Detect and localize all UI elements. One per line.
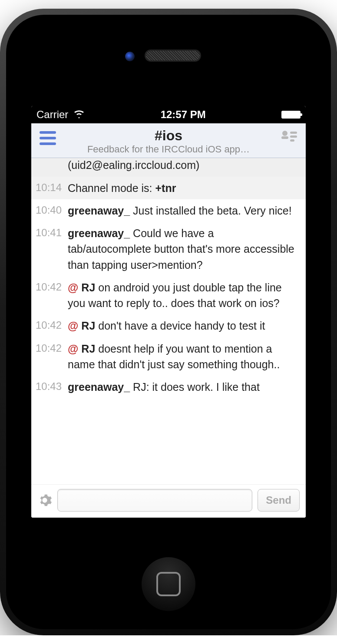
status-right: [281, 111, 301, 119]
message-text: on android you just double tap the line …: [68, 281, 282, 309]
people-icon: [281, 130, 298, 146]
phone-inner: Carrier 12:57 PM #ios Feedback for the I…: [6, 15, 331, 629]
nick: RJ: [81, 320, 98, 332]
svg-rect-4: [290, 139, 294, 142]
send-button[interactable]: Send: [258, 489, 300, 512]
svg-point-0: [282, 131, 287, 136]
wifi-icon: [73, 109, 85, 121]
message-time: 10:40: [36, 203, 68, 218]
message-list[interactable]: 10:14 ▣ → @ james joined (uid2@ealing.ir…: [31, 158, 306, 484]
channel-name: #ios: [63, 128, 274, 144]
message-body: greenaway_ Could we have a tab/autocompl…: [68, 225, 300, 273]
front-camera: [125, 52, 135, 61]
message-body: Channel mode is: +tnr: [68, 180, 300, 196]
message-row[interactable]: 10:42@ RJ don't have a device handy to t…: [31, 314, 306, 337]
members-button[interactable]: [279, 128, 300, 149]
message-input[interactable]: [57, 489, 252, 512]
message-time: 10:43: [36, 379, 68, 395]
status-bar: Carrier 12:57 PM: [31, 106, 306, 123]
hamburger-icon: [40, 131, 56, 145]
message-time: 10:14: [36, 158, 68, 173]
mode-prefix: Channel mode is:: [68, 182, 155, 194]
message-body: greenaway_ Just installed the beta. Very…: [68, 203, 300, 218]
phone-frame: Carrier 12:57 PM #ios Feedback for the I…: [0, 9, 337, 635]
message-row[interactable]: 10:43greenaway_ RJ: it does work. I like…: [31, 376, 306, 398]
header-center: #ios Feedback for the IRCCloud iOS app…: [63, 128, 274, 155]
message-row[interactable]: 10:41greenaway_ Could we have a tab/auto…: [31, 222, 306, 276]
nick: greenaway_: [68, 205, 133, 217]
message-time: 10:42: [36, 318, 68, 334]
nick: RJ: [81, 281, 98, 294]
svg-rect-1: [281, 136, 288, 139]
op-symbol: @: [68, 281, 81, 294]
message-row[interactable]: 10:42@ RJ on android you just double tap…: [31, 276, 306, 315]
mode-value: +tnr: [155, 182, 176, 194]
message-row[interactable]: 10:40greenaway_ Just installed the beta.…: [31, 199, 306, 222]
message-text: don't have a device handy to test it: [98, 320, 265, 332]
settings-button[interactable]: [37, 493, 52, 508]
message-time: 10:42: [36, 341, 68, 373]
message-text: Just installed the beta. Very nice!: [133, 205, 292, 217]
message-body: ▣ → @ james joined (uid2@ealing.irccloud…: [68, 158, 300, 173]
nick: greenaway_: [68, 381, 133, 393]
input-bar: Send: [31, 484, 306, 518]
message-row[interactable]: 10:42@ RJ doesnt help if you want to men…: [31, 337, 306, 376]
nick: RJ: [81, 343, 98, 355]
nick: greenaway_: [68, 227, 133, 239]
message-body: greenaway_ RJ: it does work. I like that: [68, 379, 300, 395]
screen: Carrier 12:57 PM #ios Feedback for the I…: [31, 106, 306, 518]
op-symbol: @: [68, 343, 81, 355]
message-body: @ RJ doesnt help if you want to mention …: [68, 341, 300, 373]
earpiece-speaker: [145, 50, 201, 62]
status-left: Carrier: [36, 109, 85, 121]
status-time: 12:57 PM: [85, 109, 281, 121]
svg-rect-2: [290, 132, 297, 134]
message-time: 10:41: [36, 225, 68, 273]
message-text: doesnt help if you want to mention a nam…: [68, 343, 280, 370]
op-symbol: @: [68, 320, 81, 332]
message-row[interactable]: 10:14Channel mode is: +tnr: [31, 177, 306, 199]
message-body: @ RJ don't have a device handy to test i…: [68, 318, 300, 334]
channel-topic: Feedback for the IRCCloud iOS app…: [63, 144, 274, 155]
svg-rect-3: [290, 135, 297, 138]
join-host: (uid2@ealing.irccloud.com): [68, 159, 199, 171]
message-time: 10:42: [36, 280, 68, 311]
message-body: @ RJ on android you just double tap the …: [68, 280, 300, 311]
battery-icon: [281, 111, 301, 119]
carrier-label: Carrier: [36, 109, 68, 121]
app-header: #ios Feedback for the IRCCloud iOS app…: [31, 123, 306, 158]
home-button[interactable]: [142, 557, 195, 611]
message-text: RJ: it does work. I like that: [133, 381, 260, 393]
message-time: 10:14: [36, 180, 68, 196]
menu-button[interactable]: [37, 128, 58, 149]
join-event-row: 10:14 ▣ → @ james joined (uid2@ealing.ir…: [31, 158, 306, 177]
